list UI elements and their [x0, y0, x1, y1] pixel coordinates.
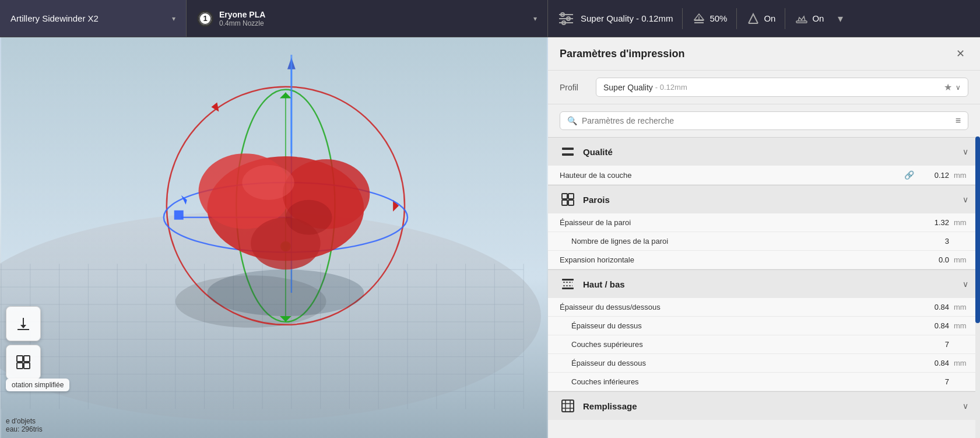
section-remplissage[interactable]: Remplissage ∨	[548, 391, 980, 420]
svg-rect-11	[796, 21, 807, 23]
parois-title: Parois	[583, 195, 956, 205]
printer-selector[interactable]: Artillery Sidewinder X2 ▾	[0, 0, 187, 37]
qualite-title: Qualité	[583, 147, 956, 157]
svg-rect-77	[568, 200, 574, 205]
support-on-section[interactable]: On	[746, 12, 775, 26]
scrollbar-track[interactable]	[975, 136, 980, 438]
triangle-count: eau: 296tris	[6, 425, 43, 433]
setting-nombre-lignes[interactable]: Nombre de lignes de la paroi 3	[548, 232, 980, 251]
scrollbar-thumb[interactable]	[975, 136, 980, 323]
menu-lines-icon[interactable]: ≡	[956, 115, 961, 126]
svg-rect-79	[562, 288, 574, 289]
setting-unit-hauteur: mm	[954, 171, 968, 180]
svg-point-63	[208, 269, 364, 316]
setting-epaisseur-paroi[interactable]: Épaisseur de la paroi 1.32 mm	[548, 213, 980, 232]
toolbar-left: Artillery Sidewinder X2 ▾ 1 Eryone PLA 0…	[0, 0, 548, 37]
setting-value-ep-dessus: 0.84	[920, 321, 949, 330]
svg-rect-71	[24, 363, 30, 369]
profile-label: Profil	[560, 83, 589, 92]
toolbar: Artillery Sidewinder X2 ▾ 1 Eryone PLA 0…	[0, 0, 980, 37]
setting-unit-ep-dd: mm	[954, 303, 968, 311]
panel-header: Paramètres d'impression ✕	[548, 37, 980, 71]
profile-settings-icon	[557, 12, 575, 26]
search-input[interactable]	[582, 116, 951, 125]
section-haut-bas[interactable]: Haut / bas ∨	[548, 269, 980, 298]
left-tools	[6, 306, 41, 380]
svg-rect-82	[562, 400, 574, 412]
setting-value-nombre-lignes: 3	[920, 237, 949, 246]
filament-chevron-icon: ▾	[533, 15, 537, 23]
profile-dropdown-version: - 0.12mm	[655, 83, 687, 92]
setting-label-hauteur: Hauteur de la couche	[560, 171, 904, 180]
panel-close-button[interactable]: ✕	[952, 45, 968, 62]
haut-bas-chevron-icon: ∨	[963, 279, 968, 289]
parois-icon	[560, 191, 576, 208]
section-qualite[interactable]: Qualité ∨	[548, 137, 980, 166]
setting-label-couches-sup: Couches supérieures	[560, 340, 920, 349]
setting-expansion-horizontale[interactable]: Expansion horizontale 0.0 mm	[548, 251, 980, 269]
object-count: e d'objets	[6, 417, 43, 425]
svg-rect-76	[562, 200, 567, 205]
parois-chevron-icon: ∨	[963, 195, 968, 204]
filament-selector[interactable]: 1 Eryone PLA 0.4mm Nozzle ▾	[187, 0, 547, 37]
profile-section: Super Quality - 0.12mm	[557, 12, 673, 26]
setting-value-epaisseur-paroi: 1.32	[920, 218, 949, 227]
setting-epaisseur-dessous[interactable]: Épaisseur du dessous 0.84 mm	[548, 354, 980, 373]
panel-profile-row: Profil Super Quality - 0.12mm ★ ∨	[548, 71, 980, 104]
layout-button[interactable]	[6, 345, 41, 380]
svg-rect-73	[562, 153, 574, 156]
setting-couches-inferieures[interactable]: Couches inférieures 7	[548, 373, 980, 391]
profile-dropdown[interactable]: Super Quality - 0.12mm ★ ∨	[596, 78, 968, 97]
setting-unit-ep-dessous: mm	[954, 359, 968, 367]
setting-couches-superieures[interactable]: Couches supérieures 7	[548, 335, 980, 354]
svg-rect-78	[562, 279, 574, 281]
main-content: otation simplifiée e d'objets eau: 296tr…	[0, 37, 980, 438]
setting-value-couches-inf: 7	[920, 377, 949, 386]
remplissage-title: Remplissage	[583, 401, 956, 411]
section-parois[interactable]: Parois ∨	[548, 185, 980, 213]
setting-unit-ep-dessus: mm	[954, 321, 968, 330]
setting-hauteur-couche[interactable]: Hauteur de la couche 🔗 0.12 mm	[548, 166, 980, 185]
svg-rect-74	[562, 194, 567, 199]
setting-value-expansion: 0.0	[920, 255, 949, 264]
profile-star-icon[interactable]: ★	[944, 82, 952, 93]
support-on-label: On	[764, 13, 775, 23]
global-chevron-icon[interactable]: ▾	[838, 12, 843, 25]
setting-label-ep-dessus: Épaisseur du dessus	[560, 321, 920, 330]
setting-label-expansion: Expansion horizontale	[560, 255, 920, 264]
haut-bas-icon	[560, 276, 576, 292]
setting-label-couches-inf: Couches inférieures	[560, 377, 920, 386]
profile-dropdown-chevron-icon: ∨	[956, 83, 961, 92]
place-on-platform-button[interactable]	[6, 306, 41, 341]
plate-on-icon	[795, 12, 809, 26]
profile-dropdown-name: Super Quality	[603, 83, 653, 92]
search-icon: 🔍	[567, 116, 577, 125]
setting-value-ep-dessous: 0.84	[920, 359, 949, 367]
setting-unit-epaisseur-paroi: mm	[954, 218, 968, 227]
support-percent-section: 50%	[692, 12, 727, 26]
3d-scene	[0, 37, 548, 438]
svg-rect-70	[17, 363, 23, 369]
support-percent: 50%	[709, 13, 727, 23]
profile-name: Super Quality - 0.12mm	[581, 13, 673, 23]
settings-scroll[interactable]: Qualité ∨ Hauteur de la couche 🔗 0.12 mm	[548, 137, 980, 438]
setting-label-ep-dessous: Épaisseur du dessous	[560, 359, 920, 367]
printer-chevron-icon: ▾	[172, 15, 175, 23]
svg-rect-68	[17, 356, 23, 362]
svg-rect-69	[24, 356, 30, 362]
remplissage-icon	[560, 398, 576, 414]
svg-rect-75	[568, 194, 574, 199]
svg-rect-72	[562, 148, 574, 150]
setting-label-ep-dd: Épaisseur du dessus/dessous	[560, 303, 920, 311]
svg-point-62	[286, 200, 332, 235]
divider-1	[682, 8, 683, 29]
toolbar-right: Super Quality - 0.12mm 50%	[548, 0, 980, 37]
support-icon	[692, 12, 706, 26]
link-icon-hauteur[interactable]: 🔗	[904, 170, 914, 180]
setting-epaisseur-dessus-dessous[interactable]: Épaisseur du dessus/dessous 0.84 mm	[548, 298, 980, 317]
plate-on-section[interactable]: On	[795, 12, 824, 26]
svg-point-60	[242, 165, 294, 200]
setting-value-ep-dd: 0.84	[920, 303, 949, 311]
setting-epaisseur-dessus[interactable]: Épaisseur du dessus 0.84 mm	[548, 317, 980, 335]
viewport[interactable]: otation simplifiée e d'objets eau: 296tr…	[0, 37, 548, 438]
